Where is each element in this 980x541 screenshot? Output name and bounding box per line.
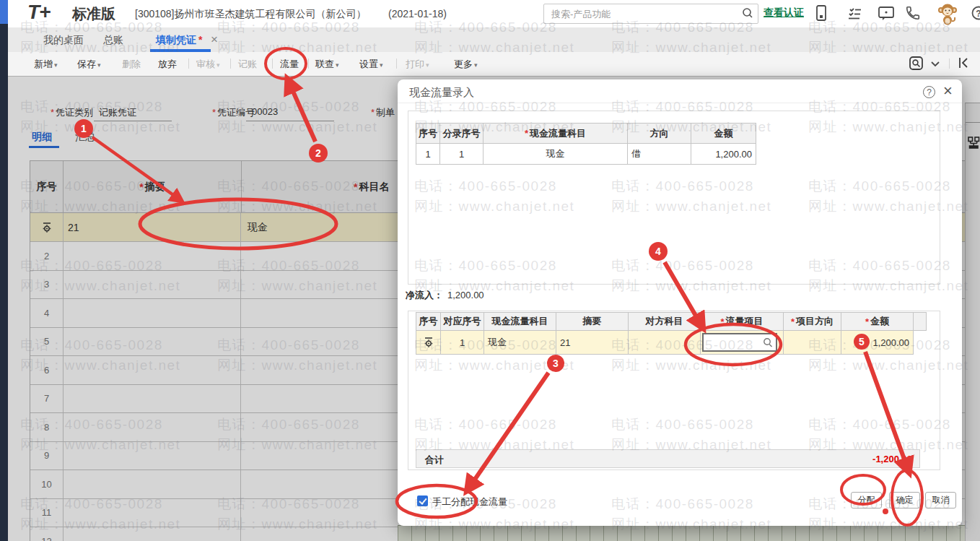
allocation-panel: 序号 对应序号 现金流量科目 摘要 对方科目 *流量项目 *项目方向 *金额 1… [408, 311, 940, 470]
link-query-button[interactable]: 联查▾ [315, 58, 339, 71]
toolbar-separator [230, 59, 231, 69]
search-icon[interactable] [742, 7, 753, 21]
tab-close-icon[interactable]: × [211, 33, 218, 47]
chevron-down-icon[interactable] [930, 59, 940, 70]
tab-fill-voucher[interactable]: 填制凭证* [156, 34, 202, 47]
dialog-help-icon[interactable]: ? [923, 86, 935, 98]
tab-general-ledger[interactable]: 总账 [103, 34, 123, 47]
audit-button[interactable]: 审核▾ [196, 58, 220, 71]
net-inflow-value: 1,200.00 [447, 290, 484, 300]
toolbar-separator [188, 59, 189, 69]
dialog-close-icon[interactable]: × [943, 82, 953, 100]
check-icon [419, 496, 426, 505]
total-label: 合计 [425, 454, 444, 467]
session-date: (2021-01-18) [388, 8, 447, 20]
search-input[interactable] [550, 6, 733, 22]
new-button[interactable]: 新增▾ [34, 58, 58, 71]
toolbar-separator [949, 59, 950, 69]
chevron-down-icon: ▾ [216, 61, 220, 69]
allocation-data-row[interactable]: 1 现金 21 1,200.00 [416, 331, 927, 355]
collapse-left-icon[interactable] [958, 56, 971, 72]
cash-flow-button[interactable]: 流量 [280, 58, 299, 71]
chevron-down-icon: ▾ [54, 61, 58, 69]
tab-my-desktop[interactable]: 我的桌面 [43, 34, 84, 47]
cash-flow-summary-table: 序号 分录序号 *现金流量科目 方向 金额 1 1 现金 借 1,200.00 [416, 123, 756, 165]
flow-item-cell[interactable] [701, 331, 784, 355]
unsaved-marker: * [198, 34, 202, 46]
svg-text:?: ? [976, 9, 980, 19]
allocation-table: 序号 对应序号 现金流量科目 摘要 对方科目 *流量项目 *项目方向 *金额 1… [416, 312, 927, 355]
settings-button[interactable]: 设置▾ [359, 58, 383, 71]
toolbar-separator [272, 59, 273, 69]
account-name: [300108]扬州市班圣杰建筑工程有限公司（新公司） [135, 8, 367, 21]
help-icon[interactable]: ? [971, 5, 980, 23]
device-icon[interactable] [814, 5, 828, 25]
open-tabs-bar: 我的桌面 总账 填制凭证* × [8, 27, 980, 53]
chevron-down-icon: ▾ [97, 61, 101, 69]
scrollbar-spacer [914, 313, 927, 331]
voucher-toolbar: 新增▾ 保存▾ 删除 放弃 审核▾ 记账 流量 联查▾ 设置▾ 打印▾ 更多▾ [8, 52, 980, 77]
chevron-down-icon: ▾ [380, 61, 383, 69]
chevron-down-icon: ▾ [426, 61, 429, 69]
feedback-icon[interactable] [878, 6, 895, 24]
product-search[interactable] [543, 4, 758, 24]
mascot-monkey-icon[interactable] [936, 1, 959, 28]
chevron-down-icon: ▾ [336, 61, 339, 69]
summary-header-row: 序号 分录序号 *现金流量科目 方向 金额 [416, 124, 756, 144]
ok-button[interactable]: 确定 [889, 492, 920, 508]
nav-active-marker [0, 0, 8, 24]
left-nav-rail[interactable] [0, 0, 8, 541]
allocate-button[interactable]: 分配 [851, 492, 882, 508]
scrollbar-spacer [914, 331, 927, 355]
phone-icon[interactable] [905, 5, 921, 23]
net-inflow-label: 净流入： [406, 290, 443, 300]
total-bar: 合计 -1,200.00 [416, 449, 920, 468]
print-button[interactable]: 打印▾ [406, 58, 429, 71]
app-logo: T+ [27, 1, 50, 24]
manual-allocate-label: 手工分配现金流量 [432, 495, 507, 508]
total-value: -1,200.00 [872, 454, 912, 464]
row-settings-icon[interactable] [416, 331, 441, 355]
post-button[interactable]: 记账 [238, 58, 257, 71]
cancel-button[interactable]: 取消 [925, 492, 956, 508]
dialog-title: 现金流量录入 [409, 86, 474, 100]
delete-button[interactable]: 删除 [122, 58, 141, 71]
view-certification-link[interactable]: 查看认证 [764, 7, 804, 20]
toolbar-separator [308, 59, 309, 69]
toolbar-separator [396, 59, 397, 69]
summary-panel: 序号 分录序号 *现金流量科目 方向 金额 1 1 现金 借 1,200.00 [408, 111, 940, 285]
chevron-down-icon: ▾ [474, 61, 478, 69]
app-header: T+ 标准版 [300108]扬州市班圣杰建筑工程有限公司（新公司） (2021… [8, 0, 980, 27]
flow-item-input[interactable] [702, 333, 777, 352]
app-edition: 标准版 [72, 4, 115, 24]
task-list-icon[interactable] [847, 6, 863, 24]
manual-allocate-checkbox[interactable] [417, 495, 428, 506]
net-inflow: 净流入：1,200.00 [406, 289, 484, 302]
summary-data-row[interactable]: 1 1 现金 借 1,200.00 [416, 144, 756, 165]
allocation-header-row: 序号 对应序号 现金流量科目 摘要 对方科目 *流量项目 *项目方向 *金额 [416, 313, 927, 331]
save-button[interactable]: 保存▾ [77, 58, 101, 71]
screen: T+ 标准版 [300108]扬州市班圣杰建筑工程有限公司（新公司） (2021… [0, 0, 980, 541]
abandon-button[interactable]: 放弃 [158, 58, 177, 71]
dialog-divider [398, 103, 962, 103]
more-button[interactable]: 更多▾ [454, 58, 478, 71]
cash-flow-entry-dialog: 现金流量录入 ? × 序号 分录序号 *现金流量科目 方向 金额 1 1 现金 … [398, 79, 962, 526]
view-search-icon[interactable] [909, 56, 924, 73]
lookup-icon [763, 337, 774, 348]
